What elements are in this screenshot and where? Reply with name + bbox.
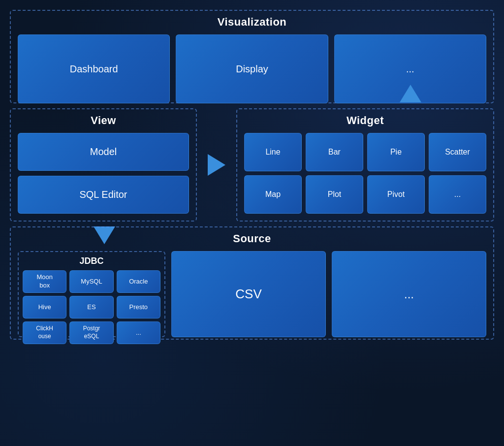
view-cards: Model SQL Editor (18, 133, 189, 214)
scatter-card[interactable]: Scatter (429, 133, 486, 171)
arrow-right-container (202, 108, 231, 222)
view-title: View (18, 114, 189, 127)
source-title: Source (18, 232, 486, 245)
widget-section: Widget Line Bar Pie Scatter Map Pl (236, 108, 494, 222)
hive-card[interactable]: Hive (23, 296, 66, 319)
clickhouse-card[interactable]: ClickH ouse (23, 321, 66, 344)
moonbox-card[interactable]: Moon box (23, 270, 66, 293)
source-ellipsis-card[interactable]: ... (332, 251, 486, 337)
oracle-card[interactable]: Oracle (117, 270, 160, 293)
sql-editor-card[interactable]: SQL Editor (18, 176, 189, 214)
source-section: Source JDBC Moon box MySQL Oracle Hive (10, 226, 494, 340)
es-card[interactable]: ES (69, 296, 113, 319)
dashboard-card[interactable]: Dashboard (18, 34, 170, 103)
bar-card[interactable]: Bar (306, 133, 363, 171)
arrow-right-shape (208, 154, 225, 176)
map-card[interactable]: Map (244, 175, 302, 214)
pivot-card[interactable]: Pivot (367, 175, 425, 214)
model-card[interactable]: Model (18, 133, 189, 171)
display-card[interactable]: Display (176, 34, 328, 103)
arrow-up-viz (396, 85, 425, 102)
jdbc-ellipsis-card[interactable]: ... (117, 321, 160, 344)
main-container: Visualization Dashboard Display ... View… (0, 0, 504, 446)
arrow-up-shape (400, 85, 421, 102)
view-section: View Model SQL Editor (10, 108, 197, 222)
widget-title: Widget (244, 114, 486, 127)
middle-row: View Model SQL Editor Widget (10, 108, 494, 222)
visualization-title: Visualization (18, 16, 486, 29)
jdbc-title: JDBC (23, 256, 160, 266)
pie-card[interactable]: Pie (367, 133, 425, 171)
csv-card[interactable]: CSV (171, 251, 326, 337)
widget-ellipsis-card[interactable]: ... (429, 175, 486, 214)
mysql-card[interactable]: MySQL (69, 270, 113, 293)
jdbc-grid: Moon box MySQL Oracle Hive ES (23, 270, 160, 344)
line-card[interactable]: Line (244, 133, 302, 171)
plot-card[interactable]: Plot (306, 175, 363, 214)
source-cards-row: JDBC Moon box MySQL Oracle Hive (18, 251, 486, 337)
widget-grid: Line Bar Pie Scatter Map Plot Pi (244, 133, 486, 214)
presto-card[interactable]: Presto (117, 296, 160, 319)
jdbc-box: JDBC Moon box MySQL Oracle Hive (18, 251, 165, 337)
postgresql-card[interactable]: Postgr eSQL (69, 321, 113, 344)
